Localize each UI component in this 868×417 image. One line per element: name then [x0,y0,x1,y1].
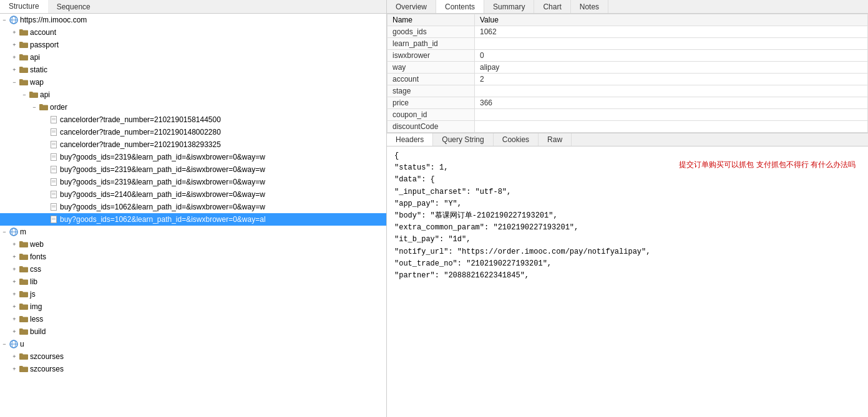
tree-node-cancel1[interactable]: cancelorder?trade_number=210219015814450… [0,113,386,126]
file-icon [49,115,59,124]
toggle-web[interactable]: + [10,240,19,249]
node-label-szcourses1: szcourses [30,352,64,361]
tree-node-wap-api[interactable]: −api [0,89,386,101]
prop-value-2: 0 [475,50,868,62]
tree-node-account[interactable]: +account [0,26,386,39]
folder-icon [19,352,29,361]
sub-tab-raw[interactable]: Raw [539,133,572,146]
toggle-order[interactable]: − [30,103,39,112]
tree-node-m[interactable]: −m [0,226,386,238]
tree-node-order[interactable]: −order [0,101,386,113]
toggle-buy5[interactable] [40,203,49,211]
prop-value-5 [475,85,868,97]
prop-value-6: 366 [475,97,868,109]
code-comment: 提交订单购买可以抓包 支付抓包不得行 有什么办法吗 [679,159,856,171]
toggle-buy3[interactable] [40,178,49,186]
node-label-passport: passport [30,41,59,49]
tree-node-lib[interactable]: +lib [0,276,386,288]
tree-node-css[interactable]: +css [0,263,386,276]
node-label-wap-api: api [40,90,50,99]
toggle-u[interactable]: − [0,340,9,348]
prop-name-5: stage [388,85,475,97]
toggle-szcourses1[interactable]: + [10,352,19,361]
folder-icon [19,240,29,249]
toggle-fonts[interactable]: + [10,252,19,261]
tree-node-buy4[interactable]: buy?goods_ids=2140&learn_path_id=&iswxbr… [0,188,386,201]
tab-sequence[interactable]: Sequence [48,0,99,13]
node-label-js: js [30,290,36,299]
tree-node-build[interactable]: +build [0,325,386,338]
prop-value-4: 2 [475,74,868,85]
tree-node-u[interactable]: −u [0,338,386,350]
tree-node-buy2[interactable]: buy?goods_ids=2319&learn_path_id=&iswxbr… [0,163,386,176]
code-line: "body": "慕课网订单-2102190227193201", [394,210,861,222]
tree-node-static[interactable]: +static [0,64,386,76]
tree-node-js[interactable]: +js [0,288,386,300]
toggle-wap[interactable]: − [10,78,19,87]
toggle-szcourses2[interactable]: + [10,365,19,373]
toggle-build[interactable]: + [10,327,19,336]
tab-notes[interactable]: Notes [571,0,608,13]
tree-node-passport[interactable]: +passport [0,39,386,51]
node-label-wap: wap [30,78,44,87]
toggle-buy4[interactable] [40,190,49,199]
toggle-buy1[interactable] [40,153,49,161]
sub-tab-querystring[interactable]: Query String [433,133,493,146]
folder-icon [19,265,29,274]
tab-structure[interactable]: Structure [0,0,48,13]
tree-node-img[interactable]: +img [0,300,386,313]
node-label-api: api [30,53,40,62]
tree-node-less[interactable]: +less [0,313,386,325]
globe-icon [9,16,19,24]
code-line: "app_pay": "Y", [394,198,861,210]
tab-overview[interactable]: Overview [387,0,436,13]
tree-node-fonts[interactable]: +fonts [0,251,386,263]
folder-icon [19,327,29,336]
tree-node-wap[interactable]: −wap [0,76,386,89]
toggle-static[interactable]: + [10,65,19,74]
tree-node-szcourses2[interactable]: +szcourses [0,363,386,375]
folder-icon [19,252,29,261]
props-table: Name Value goods_ids1062learn_path_idisw… [387,14,868,133]
toggle-root[interactable]: − [0,16,9,24]
prop-name-4: account [388,74,475,85]
toggle-cancel1[interactable] [40,115,49,124]
tree-node-cancel2[interactable]: cancelorder?trade_number=210219014800228… [0,126,386,138]
toggle-img[interactable]: + [10,302,19,311]
toggle-cancel2[interactable] [40,128,49,137]
col-value-header: Value [475,14,868,26]
tree-node-szcourses1[interactable]: +szcourses [0,350,386,363]
tab-chart[interactable]: Chart [534,0,570,13]
tree-node-web[interactable]: +web [0,238,386,251]
tree-node-buy3[interactable]: buy?goods_ids=2319&learn_path_id=&iswxbr… [0,176,386,188]
tab-summary[interactable]: Summary [484,0,534,13]
toggle-less[interactable]: + [10,315,19,324]
toggle-lib[interactable]: + [10,277,19,286]
left-panel: Structure Sequence −https://m.imooc.com+… [0,0,387,417]
toggle-m[interactable]: − [0,228,9,236]
tree-node-buy5[interactable]: buy?goods_ids=1062&learn_path_id=&iswxbr… [0,201,386,213]
file-icon [49,215,59,224]
toggle-account[interactable]: + [10,28,19,37]
toggle-buy2[interactable] [40,165,49,174]
tree-node-buy1[interactable]: buy?goods_ids=2319&learn_path_id=&iswxbr… [0,151,386,163]
node-label-buy4: buy?goods_ids=2140&learn_path_id=&iswxbr… [60,190,265,199]
sub-tab-headers[interactable]: Headers [387,133,433,146]
code-area: { "status": 1, "data": { "_input_charset… [387,146,868,417]
toggle-css[interactable]: + [10,265,19,274]
tree-node-api[interactable]: +api [0,51,386,64]
prop-name-0: goods_ids [388,26,475,38]
tree-area: −https://m.imooc.com+account+passport+ap… [0,14,386,417]
prop-value-3: alipay [475,62,868,74]
toggle-wap-api[interactable]: − [20,90,29,99]
toggle-cancel3[interactable] [40,140,49,149]
toggle-buy6[interactable] [40,215,49,224]
tab-contents[interactable]: Contents [436,0,484,13]
tree-node-cancel3[interactable]: cancelorder?trade_number=210219013829332… [0,138,386,151]
toggle-js[interactable]: + [10,290,19,299]
sub-tab-cookies[interactable]: Cookies [494,133,539,146]
tree-node-root[interactable]: −https://m.imooc.com [0,14,386,26]
toggle-api[interactable]: + [10,53,19,62]
toggle-passport[interactable]: + [10,41,19,49]
tree-node-buy6[interactable]: buy?goods_ids=1062&learn_path_id=&iswxbr… [0,213,386,226]
